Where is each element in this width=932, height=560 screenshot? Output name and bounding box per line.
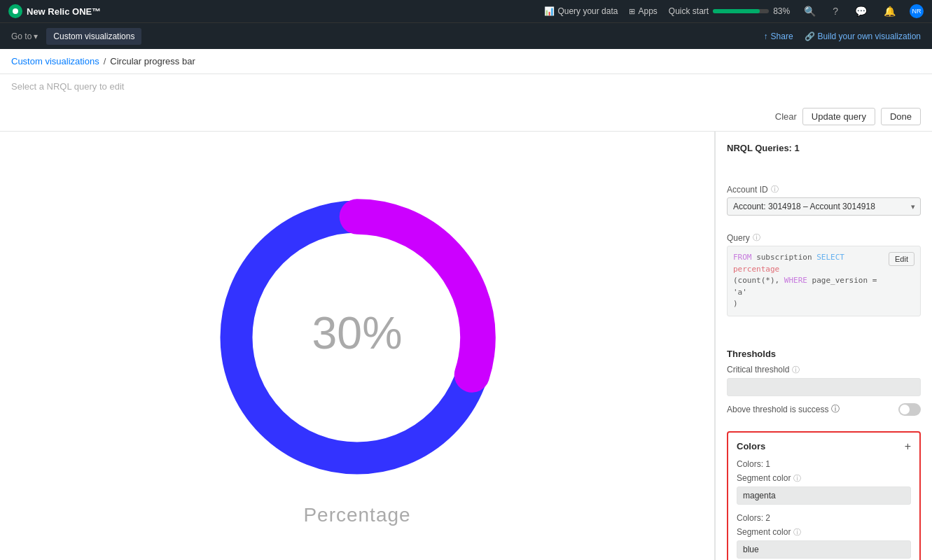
viz-percentage-label: Percentage: [303, 504, 410, 526]
sub-nav-left: Go to ▾ Custom visualizations: [11, 28, 141, 45]
quick-start-progress-fill: [713, 9, 759, 13]
colors-2-title: Colors: 2: [737, 513, 911, 523]
query-table: subscription: [756, 253, 816, 262]
thresholds-title: Thresholds: [727, 349, 921, 359]
brand: New Relic ONE™: [8, 4, 101, 18]
colors-title: Colors: [737, 441, 765, 451]
account-id-label: Account ID ⓘ: [727, 184, 921, 195]
kw-select: SELECT: [816, 253, 844, 262]
add-color-button[interactable]: +: [905, 441, 911, 452]
query-bar: Select a NRQL query to edit Clear Update…: [0, 74, 932, 132]
query-actions: Clear Update query Done: [11, 102, 921, 131]
top-nav-left: New Relic ONE™: [8, 4, 101, 18]
chat-icon[interactable]: 💬: [852, 4, 870, 18]
svg-point-0: [13, 8, 18, 14]
query-field: Query ⓘ FROM subscription SELECT percent…: [727, 232, 921, 316]
breadcrumb-current: Circular progress bar: [110, 56, 195, 66]
top-nav: New Relic ONE™ 📊 Query your data ⊞ Apps …: [0, 0, 932, 22]
circular-progress-chart: 30%: [196, 176, 518, 498]
chevron-down-icon: ▾: [34, 31, 38, 41]
query-section: Query ⓘ FROM subscription SELECT percent…: [727, 232, 921, 323]
go-to[interactable]: Go to ▾: [11, 31, 38, 41]
brand-name: New Relic ONE™: [27, 6, 101, 17]
help-icon[interactable]: ?: [830, 4, 841, 18]
share-icon: ↑: [764, 31, 768, 41]
segment-color-2-input[interactable]: [737, 540, 911, 559]
quick-start: Quick start 83%: [669, 6, 790, 16]
account-id-info-icon[interactable]: ⓘ: [771, 184, 779, 195]
edit-query-button[interactable]: Edit: [889, 252, 914, 266]
critical-threshold-input[interactable]: [727, 378, 921, 396]
breadcrumb: Custom visualizations / Circular progres…: [0, 49, 932, 74]
query-your-data-nav[interactable]: 📊 Query your data: [544, 6, 618, 16]
color-block-2: Colors: 2 Segment color ⓘ: [737, 513, 911, 559]
sub-nav-right: ↑ Share 🔗 Build your own visualization: [764, 31, 921, 41]
custom-visualizations-button[interactable]: Custom visualizations: [46, 28, 141, 45]
query-info-icon[interactable]: ⓘ: [753, 232, 760, 243]
segment-color-1-field: Segment color ⓘ: [737, 473, 911, 505]
kw-where: WHERE: [784, 276, 807, 285]
account-select[interactable]: Account: 3014918 – Account 3014918: [727, 197, 921, 216]
share-button[interactable]: ↑ Share: [764, 31, 793, 41]
above-threshold-info-icon[interactable]: ⓘ: [831, 403, 840, 415]
bar-chart-icon: 📊: [544, 6, 555, 16]
right-panel: NRQL Queries: 1 Account ID ⓘ Account: 30…: [715, 132, 932, 560]
external-link-icon: 🔗: [805, 31, 815, 41]
search-icon[interactable]: 🔍: [801, 4, 819, 18]
query-rest: (count(*),: [733, 276, 784, 285]
account-id-field: Account ID ⓘ Account: 3014918 – Account …: [727, 184, 921, 216]
bell-icon[interactable]: 🔔: [881, 4, 898, 18]
colors-section: Colors + Colors: 1 Segment color ⓘ Color…: [727, 431, 921, 561]
quick-start-progress-bar: [713, 9, 769, 13]
colors-header: Colors +: [737, 441, 911, 452]
breadcrumb-separator: /: [104, 56, 106, 66]
build-own-button[interactable]: 🔗 Build your own visualization: [805, 31, 921, 41]
critical-threshold-label: Critical threshold ⓘ: [727, 365, 921, 375]
percentage-text: 30%: [312, 308, 403, 358]
apps-nav[interactable]: ⊞ Apps: [629, 6, 657, 16]
account-select-wrapper: Account: 3014918 – Account 3014918: [727, 197, 921, 216]
account-id-section: Account ID ⓘ Account: 3014918 – Account …: [727, 184, 921, 223]
thresholds-section: Thresholds Critical threshold ⓘ Above th…: [727, 349, 921, 421]
breadcrumb-parent[interactable]: Custom visualizations: [11, 56, 99, 66]
kw-from: FROM: [733, 253, 752, 262]
above-threshold-label: Above threshold is success ⓘ: [727, 403, 840, 415]
color-block-1: Colors: 1 Segment color ⓘ: [737, 459, 911, 505]
nrql-queries-section: NRQL Queries: 1: [727, 143, 921, 159]
segment-color-2-field: Segment color ⓘ: [737, 527, 911, 559]
done-button[interactable]: Done: [881, 108, 921, 125]
query-input[interactable]: Select a NRQL query to edit: [11, 74, 921, 102]
critical-threshold-field: Critical threshold ⓘ: [727, 365, 921, 396]
critical-threshold-info-icon[interactable]: ⓘ: [792, 365, 800, 375]
segment-color-2-label: Segment color ⓘ: [737, 527, 911, 538]
colors-1-title: Colors: 1: [737, 459, 911, 469]
query-code-block: FROM subscription SELECT percentage (cou…: [727, 246, 921, 316]
above-threshold-toggle[interactable]: [898, 403, 921, 416]
nrql-queries-title: NRQL Queries: 1: [727, 143, 921, 153]
sub-nav: Go to ▾ Custom visualizations ↑ Share 🔗 …: [0, 22, 932, 49]
update-query-button[interactable]: Update query: [802, 108, 875, 125]
brand-icon: [8, 4, 22, 18]
avatar[interactable]: NR: [910, 4, 924, 18]
viz-panel: 30% Percentage: [0, 132, 715, 560]
segment-color-2-info-icon[interactable]: ⓘ: [793, 527, 801, 538]
clear-button[interactable]: Clear: [775, 111, 797, 122]
segment-color-1-info-icon[interactable]: ⓘ: [793, 473, 801, 484]
main-content: 30% Percentage NRQL Queries: 1 Account I…: [0, 132, 932, 560]
query-label: Query ⓘ: [727, 232, 921, 243]
top-nav-right: 📊 Query your data ⊞ Apps Quick start 83%…: [544, 4, 924, 18]
grid-icon: ⊞: [629, 7, 635, 16]
segment-color-1-input[interactable]: [737, 486, 911, 505]
query-field-name: percentage: [733, 265, 779, 274]
query-code-text: FROM subscription SELECT percentage (cou…: [733, 252, 884, 310]
above-threshold-row: Above threshold is success ⓘ: [727, 403, 921, 416]
segment-color-1-label: Segment color ⓘ: [737, 473, 911, 484]
